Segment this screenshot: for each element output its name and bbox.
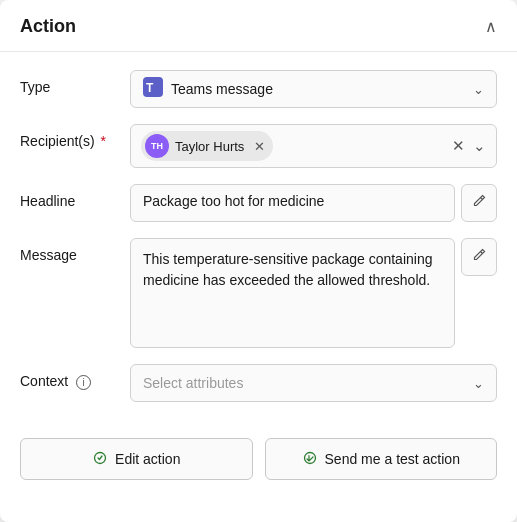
test-action-icon [302,450,318,469]
svg-point-3 [304,452,315,463]
recipients-label: Recipient(s) * [20,124,130,149]
context-placeholder: Select attributes [143,375,243,391]
edit-action-button[interactable]: Edit action [20,438,253,480]
recipients-box[interactable]: TH Taylor Hurts ✕ ✕ ⌄ [130,124,497,168]
required-marker: * [97,133,106,149]
recipient-clear-icon[interactable]: ✕ [452,137,465,155]
panel-title: Action [20,16,76,37]
headline-control: Package too hot for medicine [130,184,497,222]
type-dropdown-left: T Teams message [143,77,273,101]
type-control: T Teams message ⌄ [130,70,497,108]
message-edit-icon [471,247,487,267]
context-dropdown[interactable]: Select attributes ⌄ [130,364,497,402]
type-row: Type T Teams message ⌄ [20,70,497,108]
type-dropdown[interactable]: T Teams message ⌄ [130,70,497,108]
test-action-label: Send me a test action [325,451,460,467]
message-row: Message This temperature-sensitive packa… [20,238,497,348]
collapse-icon[interactable]: ∧ [485,17,497,36]
context-info-icon: i [76,375,91,390]
recipient-remove-icon[interactable]: ✕ [254,139,265,154]
headline-edit-button[interactable] [461,184,497,222]
type-label: Type [20,70,130,95]
recipient-actions: ✕ ⌄ [452,137,486,155]
message-control: This temperature-sensitive package conta… [130,238,497,348]
footer: Edit action Send me a test action [0,418,517,480]
recipient-name: Taylor Hurts [175,139,244,154]
recipient-chevron-icon[interactable]: ⌄ [473,137,486,155]
recipient-tag: TH Taylor Hurts ✕ [141,131,273,161]
test-action-button[interactable]: Send me a test action [265,438,498,480]
headline-edit-icon [471,193,487,213]
context-row: Context i Select attributes ⌄ [20,364,497,402]
message-label: Message [20,238,130,263]
headline-input-row: Package too hot for medicine [130,184,497,222]
recipients-control: TH Taylor Hurts ✕ ✕ ⌄ [130,124,497,168]
context-control: Select attributes ⌄ [130,364,497,402]
edit-action-label: Edit action [115,451,180,467]
avatar: TH [145,134,169,158]
recipients-row: Recipient(s) * TH Taylor Hurts ✕ ✕ ⌄ [20,124,497,168]
context-chevron-icon: ⌄ [473,376,484,391]
edit-action-icon [92,450,108,469]
context-label: Context i [20,364,130,390]
action-panel: Action ∧ Type T Teams message [0,0,517,522]
type-chevron-icon: ⌄ [473,82,484,97]
message-input[interactable]: This temperature-sensitive package conta… [130,238,455,348]
teams-icon: T [143,77,163,101]
panel-header: Action ∧ [0,0,517,52]
message-wrapper: This temperature-sensitive package conta… [130,238,497,348]
message-edit-button[interactable] [461,238,497,276]
headline-row: Headline Package too hot for medicine [20,184,497,222]
form-body: Type T Teams message ⌄ [0,52,517,402]
headline-label: Headline [20,184,130,209]
type-value: Teams message [171,81,273,97]
headline-input[interactable]: Package too hot for medicine [130,184,455,222]
svg-text:T: T [146,81,154,95]
